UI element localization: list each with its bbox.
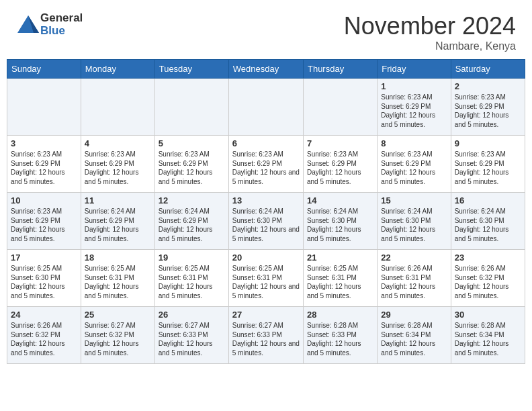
calendar-cell: 3Sunrise: 6:23 AMSunset: 6:29 PMDaylight… bbox=[7, 136, 81, 193]
header: General Blue November 2024 Nambare, Keny… bbox=[0, 0, 532, 59]
calendar-cell: 16Sunrise: 6:24 AMSunset: 6:30 PMDayligh… bbox=[451, 193, 525, 250]
calendar-cell bbox=[7, 79, 81, 136]
weekday-header-wednesday: Wednesday bbox=[228, 60, 303, 79]
calendar-cell: 23Sunrise: 6:26 AMSunset: 6:32 PMDayligh… bbox=[451, 250, 525, 307]
day-number: 30 bbox=[455, 310, 521, 320]
calendar-cell bbox=[81, 79, 154, 136]
calendar-cell: 9Sunrise: 6:23 AMSunset: 6:29 PMDaylight… bbox=[451, 136, 525, 193]
calendar-cell: 11Sunrise: 6:24 AMSunset: 6:29 PMDayligh… bbox=[81, 193, 154, 250]
day-number: 28 bbox=[307, 310, 373, 320]
calendar-cell: 6Sunrise: 6:23 AMSunset: 6:29 PMDaylight… bbox=[228, 136, 303, 193]
day-number: 23 bbox=[455, 253, 521, 263]
day-info: Sunrise: 6:24 AMSunset: 6:30 PMDaylight:… bbox=[307, 207, 373, 243]
calendar-week-2: 3Sunrise: 6:23 AMSunset: 6:29 PMDaylight… bbox=[7, 136, 525, 193]
logo: General Blue bbox=[16, 12, 83, 37]
day-info: Sunrise: 6:25 AMSunset: 6:31 PMDaylight:… bbox=[85, 264, 151, 300]
day-info: Sunrise: 6:24 AMSunset: 6:30 PMDaylight:… bbox=[455, 207, 521, 243]
day-info: Sunrise: 6:23 AMSunset: 6:29 PMDaylight:… bbox=[11, 207, 77, 243]
day-info: Sunrise: 6:24 AMSunset: 6:29 PMDaylight:… bbox=[159, 207, 225, 243]
day-info: Sunrise: 6:24 AMSunset: 6:30 PMDaylight:… bbox=[232, 207, 300, 243]
calendar-cell: 29Sunrise: 6:28 AMSunset: 6:34 PMDayligh… bbox=[378, 307, 451, 364]
calendar-cell: 2Sunrise: 6:23 AMSunset: 6:29 PMDaylight… bbox=[451, 79, 525, 136]
calendar-cell: 1Sunrise: 6:23 AMSunset: 6:29 PMDaylight… bbox=[378, 79, 451, 136]
calendar-cell: 30Sunrise: 6:28 AMSunset: 6:34 PMDayligh… bbox=[451, 307, 525, 364]
calendar-cell: 13Sunrise: 6:24 AMSunset: 6:30 PMDayligh… bbox=[228, 193, 303, 250]
day-info: Sunrise: 6:23 AMSunset: 6:29 PMDaylight:… bbox=[455, 150, 521, 186]
calendar-week-3: 10Sunrise: 6:23 AMSunset: 6:29 PMDayligh… bbox=[7, 193, 525, 250]
title-block: November 2024 Nambare, Kenya bbox=[344, 12, 516, 52]
calendar-cell: 27Sunrise: 6:27 AMSunset: 6:33 PMDayligh… bbox=[228, 307, 303, 364]
calendar-cell: 5Sunrise: 6:23 AMSunset: 6:29 PMDaylight… bbox=[154, 136, 228, 193]
location-title: Nambare, Kenya bbox=[344, 40, 516, 52]
day-number: 29 bbox=[381, 310, 447, 320]
day-number: 3 bbox=[11, 138, 77, 148]
day-number: 4 bbox=[85, 138, 151, 148]
day-info: Sunrise: 6:28 AMSunset: 6:34 PMDaylight:… bbox=[381, 321, 447, 357]
logo-general: General bbox=[40, 12, 83, 25]
day-info: Sunrise: 6:25 AMSunset: 6:31 PMDaylight:… bbox=[307, 264, 373, 300]
calendar-cell: 20Sunrise: 6:25 AMSunset: 6:31 PMDayligh… bbox=[228, 250, 303, 307]
weekday-header-thursday: Thursday bbox=[303, 60, 377, 79]
calendar-cell: 19Sunrise: 6:25 AMSunset: 6:31 PMDayligh… bbox=[154, 250, 228, 307]
day-info: Sunrise: 6:27 AMSunset: 6:33 PMDaylight:… bbox=[159, 321, 225, 357]
calendar-cell: 15Sunrise: 6:24 AMSunset: 6:30 PMDayligh… bbox=[378, 193, 451, 250]
day-number: 14 bbox=[307, 195, 373, 205]
calendar-cell: 7Sunrise: 6:23 AMSunset: 6:29 PMDaylight… bbox=[303, 136, 377, 193]
logo-blue: Blue bbox=[40, 25, 83, 38]
day-number: 10 bbox=[11, 195, 77, 205]
day-number: 11 bbox=[85, 195, 151, 205]
day-number: 17 bbox=[11, 253, 77, 263]
day-number: 18 bbox=[85, 253, 151, 263]
day-number: 22 bbox=[381, 253, 447, 263]
calendar-week-5: 24Sunrise: 6:26 AMSunset: 6:32 PMDayligh… bbox=[7, 307, 525, 364]
day-number: 7 bbox=[307, 138, 373, 148]
day-info: Sunrise: 6:25 AMSunset: 6:31 PMDaylight:… bbox=[232, 264, 300, 300]
day-info: Sunrise: 6:23 AMSunset: 6:29 PMDaylight:… bbox=[381, 93, 447, 129]
weekday-header-friday: Friday bbox=[378, 60, 451, 79]
day-number: 27 bbox=[232, 310, 300, 320]
weekday-header-tuesday: Tuesday bbox=[154, 60, 228, 79]
month-title: November 2024 bbox=[344, 12, 516, 40]
day-number: 2 bbox=[455, 81, 521, 91]
calendar-cell: 22Sunrise: 6:26 AMSunset: 6:31 PMDayligh… bbox=[378, 250, 451, 307]
day-number: 20 bbox=[232, 253, 300, 263]
calendar-cell bbox=[303, 79, 377, 136]
weekday-header-saturday: Saturday bbox=[451, 60, 525, 79]
calendar-cell: 10Sunrise: 6:23 AMSunset: 6:29 PMDayligh… bbox=[7, 193, 81, 250]
day-info: Sunrise: 6:23 AMSunset: 6:29 PMDaylight:… bbox=[232, 150, 300, 186]
day-number: 5 bbox=[159, 138, 225, 148]
calendar-table: SundayMondayTuesdayWednesdayThursdayFrid… bbox=[7, 59, 525, 364]
day-number: 24 bbox=[11, 310, 77, 320]
day-info: Sunrise: 6:27 AMSunset: 6:33 PMDaylight:… bbox=[232, 321, 300, 357]
day-number: 19 bbox=[159, 253, 225, 263]
calendar-cell: 8Sunrise: 6:23 AMSunset: 6:29 PMDaylight… bbox=[378, 136, 451, 193]
day-info: Sunrise: 6:23 AMSunset: 6:29 PMDaylight:… bbox=[307, 150, 373, 186]
day-number: 15 bbox=[381, 195, 447, 205]
calendar-cell bbox=[228, 79, 303, 136]
calendar-cell: 4Sunrise: 6:23 AMSunset: 6:29 PMDaylight… bbox=[81, 136, 154, 193]
day-number: 26 bbox=[159, 310, 225, 320]
day-info: Sunrise: 6:25 AMSunset: 6:30 PMDaylight:… bbox=[11, 264, 77, 300]
calendar-cell: 24Sunrise: 6:26 AMSunset: 6:32 PMDayligh… bbox=[7, 307, 81, 364]
day-info: Sunrise: 6:25 AMSunset: 6:31 PMDaylight:… bbox=[159, 264, 225, 300]
calendar-cell: 26Sunrise: 6:27 AMSunset: 6:33 PMDayligh… bbox=[154, 307, 228, 364]
calendar-cell: 18Sunrise: 6:25 AMSunset: 6:31 PMDayligh… bbox=[81, 250, 154, 307]
day-number: 21 bbox=[307, 253, 373, 263]
day-number: 12 bbox=[159, 195, 225, 205]
day-number: 25 bbox=[85, 310, 151, 320]
logo-icon bbox=[16, 13, 40, 37]
calendar-cell: 25Sunrise: 6:27 AMSunset: 6:32 PMDayligh… bbox=[81, 307, 154, 364]
day-number: 6 bbox=[232, 138, 300, 148]
weekday-header-sunday: Sunday bbox=[7, 60, 81, 79]
day-info: Sunrise: 6:26 AMSunset: 6:31 PMDaylight:… bbox=[381, 264, 447, 300]
day-info: Sunrise: 6:26 AMSunset: 6:32 PMDaylight:… bbox=[11, 321, 77, 357]
day-number: 13 bbox=[232, 195, 300, 205]
day-info: Sunrise: 6:23 AMSunset: 6:29 PMDaylight:… bbox=[11, 150, 77, 186]
day-info: Sunrise: 6:28 AMSunset: 6:33 PMDaylight:… bbox=[307, 321, 373, 357]
day-number: 1 bbox=[381, 81, 447, 91]
day-info: Sunrise: 6:23 AMSunset: 6:29 PMDaylight:… bbox=[455, 93, 521, 129]
day-info: Sunrise: 6:24 AMSunset: 6:30 PMDaylight:… bbox=[381, 207, 447, 243]
day-info: Sunrise: 6:23 AMSunset: 6:29 PMDaylight:… bbox=[85, 150, 151, 186]
calendar-cell: 12Sunrise: 6:24 AMSunset: 6:29 PMDayligh… bbox=[154, 193, 228, 250]
calendar-week-1: 1Sunrise: 6:23 AMSunset: 6:29 PMDaylight… bbox=[7, 79, 525, 136]
